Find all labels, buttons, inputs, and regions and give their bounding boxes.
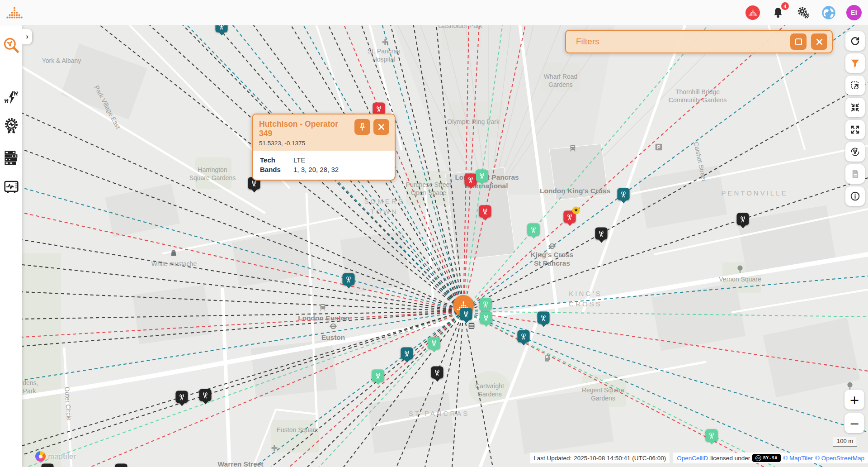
sidebar-item-data-blocks[interactable] bbox=[0, 146, 22, 169]
licensed-under-text: licensed under bbox=[710, 455, 750, 462]
info-button[interactable] bbox=[845, 186, 865, 206]
signal-ray bbox=[271, 311, 463, 467]
signal-ray bbox=[463, 0, 506, 311]
star-badge: * bbox=[572, 207, 580, 214]
tech-value: LTE bbox=[293, 156, 305, 164]
zoom-out-button[interactable]: − bbox=[844, 413, 864, 433]
settings-button[interactable] bbox=[796, 5, 811, 20]
cell-tower-marker[interactable] bbox=[480, 312, 492, 324]
sidebar-item-quality-badge[interactable] bbox=[0, 114, 22, 138]
popup-row-tech: Tech LTE bbox=[260, 156, 387, 164]
restore-filters-button[interactable] bbox=[790, 33, 807, 50]
last-updated-label: Last Updated: bbox=[533, 455, 571, 462]
cell-tower-marker[interactable] bbox=[476, 170, 488, 182]
cell-tower-marker[interactable] bbox=[115, 464, 127, 467]
quality-badge-icon bbox=[3, 118, 19, 134]
pushpin-icon bbox=[358, 123, 367, 131]
expand-view-button[interactable] bbox=[845, 120, 865, 139]
filters-panel: Filters bbox=[565, 30, 833, 53]
sidebar-item-measurement-scope[interactable] bbox=[0, 175, 22, 199]
globe-icon bbox=[821, 5, 836, 20]
cell-tower-marker[interactable] bbox=[595, 228, 608, 240]
pin-popup-button[interactable] bbox=[354, 119, 370, 135]
network-search-icon bbox=[3, 37, 20, 54]
zoom-in-button[interactable]: + bbox=[844, 390, 864, 410]
refresh-towers-button[interactable] bbox=[845, 142, 865, 162]
export-document-button[interactable] bbox=[845, 164, 865, 184]
signal-ray bbox=[463, 311, 775, 467]
cell-tower-marker[interactable] bbox=[465, 174, 477, 186]
cell-tower-marker[interactable] bbox=[42, 464, 54, 467]
signal-ray bbox=[22, 311, 463, 346]
signal-ray bbox=[463, 311, 868, 432]
signal-ray bbox=[22, 311, 463, 380]
filter-button[interactable] bbox=[845, 53, 865, 73]
map-stage[interactable]: Gasholder ParkSt. Pancras HospitalWharf … bbox=[0, 0, 868, 467]
maptiler-logo[interactable]: maptiler bbox=[35, 451, 76, 462]
account-button[interactable]: EI bbox=[846, 5, 862, 20]
signal-ray bbox=[463, 276, 868, 311]
signal-ray bbox=[255, 311, 463, 467]
cell-tower-marker[interactable] bbox=[401, 348, 413, 360]
signal-ray bbox=[22, 113, 463, 311]
cell-tower-marker[interactable] bbox=[199, 389, 212, 401]
expand-arrows-icon bbox=[850, 124, 860, 135]
cell-tower-marker[interactable] bbox=[428, 337, 440, 349]
oscilloscope-icon bbox=[3, 179, 19, 195]
sidebar-expand-chevron[interactable]: › bbox=[22, 29, 32, 44]
map-scale: 100 m bbox=[833, 437, 857, 447]
stats-icon bbox=[745, 5, 760, 20]
cell-tower-marker[interactable] bbox=[618, 188, 630, 200]
cell-tower-marker[interactable] bbox=[737, 213, 749, 225]
cell-tower-marker[interactable] bbox=[176, 391, 188, 403]
refresh-icon bbox=[850, 36, 860, 46]
signal-ray bbox=[434, 0, 463, 311]
signal-ray bbox=[319, 311, 463, 467]
sidebar-item-tower-compare[interactable] bbox=[0, 86, 22, 110]
collapse-arrows-icon bbox=[850, 102, 860, 113]
top-bar: 4 EI bbox=[0, 0, 868, 25]
sidebar-item-network-search[interactable] bbox=[0, 33, 22, 57]
cell-tower-marker[interactable] bbox=[431, 367, 443, 379]
cell-tower-marker[interactable] bbox=[343, 273, 355, 286]
cell-tower-marker[interactable] bbox=[460, 308, 472, 320]
cell-tower-marker[interactable] bbox=[372, 370, 384, 382]
close-filters-button[interactable] bbox=[811, 33, 827, 50]
signal-ray bbox=[22, 149, 463, 311]
cell-tower-marker[interactable] bbox=[373, 103, 385, 115]
opencellid-link[interactable]: OpenCelliD bbox=[677, 455, 708, 462]
cell-tower-marker[interactable] bbox=[518, 330, 530, 343]
close-icon bbox=[816, 38, 823, 46]
signal-ray bbox=[22, 311, 463, 446]
signal-ray bbox=[22, 265, 463, 311]
maptiler-pinwheel-icon bbox=[35, 451, 46, 462]
select-area-button[interactable] bbox=[845, 76, 865, 95]
cell-tower-marker[interactable] bbox=[480, 298, 492, 310]
cell-tower-marker[interactable] bbox=[479, 205, 491, 218]
cell-tower-marker[interactable]: * bbox=[564, 211, 576, 223]
cell-tower-marker[interactable] bbox=[528, 224, 540, 236]
cell-tower-marker[interactable] bbox=[706, 429, 718, 442]
bands-value: 1, 3, 20, 28, 32 bbox=[293, 166, 339, 173]
collapse-view-button[interactable] bbox=[845, 98, 865, 117]
signal-ray bbox=[463, 311, 868, 317]
close-popup-button[interactable] bbox=[373, 119, 389, 135]
tower-bolt-icon bbox=[3, 90, 19, 106]
notifications-button[interactable]: 4 bbox=[770, 5, 786, 20]
signal-ray bbox=[463, 311, 764, 467]
language-button[interactable] bbox=[821, 5, 836, 20]
cc-by-sa-badge[interactable]: cc BY-SA bbox=[752, 454, 781, 462]
openstreetmap-link[interactable]: © OpenStreetMap bbox=[815, 455, 864, 462]
signal-ray bbox=[22, 292, 463, 311]
signal-ray bbox=[344, 311, 463, 467]
popup-row-bands: Bands 1, 3, 20, 28, 32 bbox=[260, 166, 387, 173]
stats-button[interactable] bbox=[745, 5, 760, 20]
maptiler-link[interactable]: © MapTiler bbox=[783, 455, 813, 462]
cell-tower-marker[interactable] bbox=[538, 312, 550, 324]
refresh-button[interactable] bbox=[845, 31, 865, 51]
signal-ray bbox=[463, 0, 469, 311]
cc-icon: cc bbox=[755, 455, 761, 461]
app-logo[interactable] bbox=[6, 6, 24, 19]
signal-ray bbox=[463, 15, 868, 311]
antenna-rotate-icon bbox=[850, 147, 860, 157]
